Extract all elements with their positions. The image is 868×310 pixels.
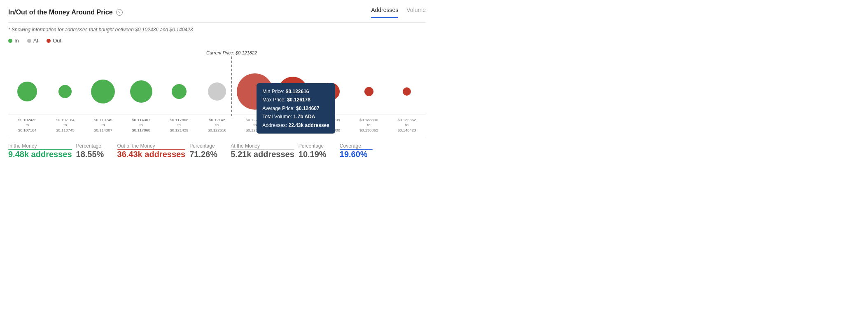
stat-label-pct-in: Percentage bbox=[76, 143, 105, 149]
bubble-col-6: Min Price: $0.122616 Max Price: $0.12617… bbox=[236, 63, 274, 120]
bubble-col-8 bbox=[312, 63, 350, 120]
stat-value-at: 5.21k addresses bbox=[231, 150, 294, 159]
tab-volume[interactable]: Volume bbox=[406, 7, 426, 18]
bubble-col-5 bbox=[198, 63, 236, 120]
x-label-5: $0.12142to$0.122616 bbox=[198, 115, 236, 133]
bubble-col-4 bbox=[160, 63, 198, 120]
stat-value-coverage: 19.60% bbox=[340, 150, 373, 159]
bubble-col-7 bbox=[274, 63, 312, 120]
x-label-8: $0.129739to$0.133300 bbox=[312, 115, 350, 133]
bubble-2 bbox=[91, 80, 115, 103]
stat-at-money: At the Money 5.21k addresses bbox=[231, 143, 294, 159]
bottom-stats: In the Money 9.48k addresses Percentage … bbox=[8, 137, 426, 159]
x-label-10: $0.136862to$0.140423 bbox=[388, 115, 426, 133]
stat-label-out: Out of the Money bbox=[117, 143, 186, 149]
stat-pct-out: Percentage 71.26% bbox=[189, 143, 218, 159]
stat-value-pct-at: 10.19% bbox=[299, 150, 327, 159]
stat-value-pct-in: 18.55% bbox=[76, 150, 105, 159]
stat-value-pct-out: 71.26% bbox=[189, 150, 218, 159]
bubble-10 bbox=[403, 87, 411, 96]
legend-in: In bbox=[8, 38, 19, 44]
x-label-7: $0.126178to$0.129739 bbox=[274, 115, 312, 133]
stat-in-the-money: In the Money 9.48k addresses bbox=[8, 143, 72, 159]
x-label-2: $0.110745to$0.114307 bbox=[84, 115, 122, 133]
bubble-8 bbox=[322, 83, 340, 100]
bubble-1 bbox=[58, 85, 72, 98]
legend-label-in: In bbox=[14, 38, 19, 44]
bubble-5 bbox=[208, 82, 226, 101]
stat-pct-in: Percentage 18.55% bbox=[76, 143, 105, 159]
x-label-4: $0.117868to$0.121429 bbox=[160, 115, 198, 133]
page-title: In/Out of the Money Around Price bbox=[8, 9, 113, 16]
main-container: In/Out of the Money Around Price ? Addre… bbox=[0, 0, 434, 166]
legend: In At Out bbox=[8, 38, 426, 44]
bubble-col-0 bbox=[8, 63, 46, 120]
bubble-9 bbox=[364, 87, 373, 96]
header: In/Out of the Money Around Price ? Addre… bbox=[8, 7, 426, 23]
bubble-col-1 bbox=[46, 63, 84, 120]
stat-label-at: At the Money bbox=[231, 143, 294, 149]
stat-label-pct-out: Percentage bbox=[189, 143, 218, 149]
stat-pct-at: Percentage 10.19% bbox=[299, 143, 327, 159]
help-icon[interactable]: ? bbox=[116, 9, 123, 16]
bubble-col-10 bbox=[388, 63, 426, 120]
x-label-6: $0.122616to$0.126178 bbox=[236, 115, 274, 133]
stat-label-in: In the Money bbox=[8, 143, 72, 149]
stat-label-pct-at: Percentage bbox=[299, 143, 327, 149]
x-label-1: $0.107184to$0.110745 bbox=[46, 115, 84, 133]
x-label-9: $0.133300to$0.136862 bbox=[350, 115, 388, 133]
stat-value-in: 9.48k addresses bbox=[8, 150, 72, 159]
x-label-3: $0.114307to$0.117868 bbox=[122, 115, 160, 133]
legend-dot-at bbox=[27, 39, 31, 43]
bubble-6 bbox=[237, 73, 273, 110]
bubble-0 bbox=[17, 82, 37, 101]
x-axis: $0.102436to$0.107184 $0.107184to$0.11074… bbox=[8, 115, 426, 133]
stat-value-out: 36.43k addresses bbox=[117, 150, 186, 159]
legend-label-at: At bbox=[33, 38, 38, 44]
bubble-7 bbox=[278, 77, 308, 106]
legend-label-out: Out bbox=[53, 38, 61, 44]
bubble-col-2 bbox=[84, 63, 122, 120]
stat-coverage: Coverage 19.60% bbox=[340, 143, 373, 159]
bubble-4 bbox=[172, 84, 187, 99]
x-label-0: $0.102436to$0.107184 bbox=[8, 115, 46, 133]
tab-addresses[interactable]: Addresses bbox=[371, 7, 398, 18]
bubble-3 bbox=[130, 80, 152, 103]
stat-out-of-money: Out of the Money 36.43k addresses bbox=[117, 143, 186, 159]
bubble-col-3 bbox=[122, 63, 160, 120]
legend-dot-out bbox=[47, 39, 51, 43]
header-tabs: Addresses Volume bbox=[371, 7, 426, 18]
legend-out: Out bbox=[47, 38, 61, 44]
current-price-label: Current Price: $0.121822 bbox=[206, 50, 257, 55]
legend-dot-in bbox=[8, 39, 12, 43]
header-left: In/Out of the Money Around Price ? bbox=[8, 9, 123, 16]
chart-area: Current Price: $0.121822 bbox=[8, 50, 426, 133]
bubbles-row: Min Price: $0.122616 Max Price: $0.12617… bbox=[8, 63, 426, 120]
bubble-col-9 bbox=[350, 63, 388, 120]
legend-at: At bbox=[27, 38, 38, 44]
stat-label-coverage: Coverage bbox=[340, 143, 373, 149]
current-price-line bbox=[231, 56, 232, 116]
subtitle: * Showing information for addresses that… bbox=[8, 27, 426, 33]
